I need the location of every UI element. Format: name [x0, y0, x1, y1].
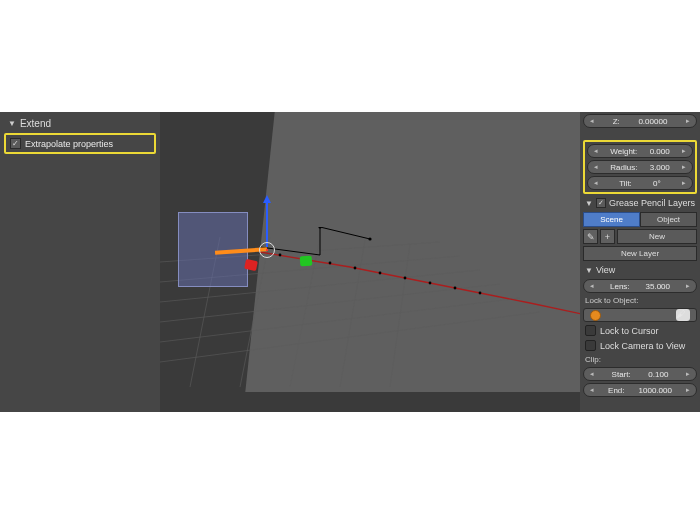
svg-point-15 — [379, 272, 382, 275]
gizmo-red-handle[interactable] — [244, 259, 258, 271]
lock-camera-checkbox[interactable] — [585, 340, 596, 351]
end-value: 1000.000 — [639, 386, 672, 395]
radius-field[interactable]: ◂ Radius: 3.000 ▸ — [587, 160, 693, 174]
chevron-left-icon: ◂ — [590, 117, 594, 125]
svg-point-16 — [404, 277, 407, 280]
add-icon-button[interactable]: + — [600, 229, 615, 244]
weight-field[interactable]: ◂ Weight: 0.000 ▸ — [587, 144, 693, 158]
app-window: ▼ Extend ✓ Extrapolate properties — [0, 112, 700, 412]
chevron-down-icon: ▼ — [585, 199, 593, 208]
grease-pencil-header[interactable]: ▼ ✓ Grease Pencil Layers — [583, 196, 697, 210]
svg-point-11 — [279, 254, 282, 257]
svg-point-13 — [329, 262, 332, 265]
lock-camera-row[interactable]: Lock Camera to View — [583, 339, 697, 352]
radius-label: Radius: — [610, 163, 637, 172]
chevron-down-icon: ▼ — [8, 119, 16, 128]
grease-source-row: Scene Object — [583, 212, 697, 227]
gizmo-green-handle[interactable] — [300, 255, 313, 266]
extrapolate-option-highlight: ✓ Extrapolate properties — [4, 133, 156, 154]
tilt-label: Tilt: — [619, 179, 632, 188]
point-properties-highlight: ◂ Weight: 0.000 ▸ ◂ Radius: 3.000 ▸ ◂ Ti… — [583, 140, 697, 194]
svg-point-14 — [354, 267, 357, 270]
svg-point-18 — [454, 287, 457, 290]
lock-object-field[interactable]: 🖌 — [583, 308, 697, 322]
lock-cursor-checkbox[interactable] — [585, 325, 596, 336]
3d-cursor — [257, 240, 277, 260]
lens-value: 35.000 — [646, 282, 670, 291]
view-label: View — [596, 265, 615, 275]
clip-end-field[interactable]: ◂ End: 1000.000 ▸ — [583, 383, 697, 397]
start-label: Start: — [612, 370, 631, 379]
extend-header[interactable]: ▼ Extend — [4, 116, 156, 131]
lens-field[interactable]: ◂ Lens: 35.000 ▸ — [583, 279, 697, 293]
z-label: Z: — [613, 117, 620, 126]
plus-icon: + — [605, 232, 610, 242]
object-button[interactable]: Object — [640, 212, 697, 227]
object-icon — [590, 310, 601, 321]
tilt-field[interactable]: ◂ Tilt: 0° ▸ — [587, 176, 693, 190]
svg-point-20 — [318, 227, 321, 229]
z-field[interactable]: ◂ Z: 0.00000 ▸ — [583, 114, 697, 128]
grease-checkbox[interactable]: ✓ — [596, 198, 606, 208]
scene-button[interactable]: Scene — [583, 212, 640, 227]
view-header[interactable]: ▼ View — [583, 263, 697, 277]
tilt-value: 0° — [653, 179, 661, 188]
clip-start-field[interactable]: ◂ Start: 0.100 ▸ — [583, 367, 697, 381]
z-value: 0.00000 — [638, 117, 667, 126]
3d-viewport[interactable] — [160, 112, 580, 412]
lens-label: Lens: — [610, 282, 630, 291]
grease-label: Grease Pencil Layers — [609, 198, 695, 208]
lock-to-cursor-row[interactable]: Lock to Cursor — [583, 324, 697, 337]
lock-camera-label: Lock Camera to View — [600, 341, 685, 351]
pencil-icon-button[interactable]: ✎ — [583, 229, 598, 244]
check-icon: ✓ — [12, 139, 19, 148]
path-curve — [260, 227, 580, 337]
weight-label: Weight: — [610, 147, 637, 156]
svg-point-21 — [368, 237, 371, 240]
lock-cursor-label: Lock to Cursor — [600, 326, 659, 336]
extend-label: Extend — [20, 118, 51, 129]
new-layer-button[interactable]: New Layer — [583, 246, 697, 261]
pencil-icon: ✎ — [587, 232, 595, 242]
chevron-down-icon: ▼ — [585, 266, 593, 275]
clip-label: Clip: — [583, 354, 697, 365]
svg-point-19 — [479, 292, 482, 295]
chevron-right-icon: ▸ — [686, 117, 690, 125]
end-label: End: — [608, 386, 624, 395]
extrapolate-checkbox[interactable]: ✓ — [10, 138, 21, 149]
extrapolate-label: Extrapolate properties — [25, 139, 113, 149]
eyedropper-icon[interactable]: 🖌 — [676, 309, 690, 321]
radius-value: 3.000 — [650, 163, 670, 172]
lock-to-object-label: Lock to Object: — [583, 295, 697, 306]
svg-point-17 — [429, 282, 432, 285]
properties-panel: ◂ Z: 0.00000 ▸ ◂ Weight: 0.000 ▸ ◂ Radiu… — [580, 112, 700, 412]
new-button[interactable]: New — [617, 229, 697, 244]
operator-panel: ▼ Extend ✓ Extrapolate properties — [0, 112, 160, 412]
start-value: 0.100 — [648, 370, 668, 379]
weight-value: 0.000 — [650, 147, 670, 156]
